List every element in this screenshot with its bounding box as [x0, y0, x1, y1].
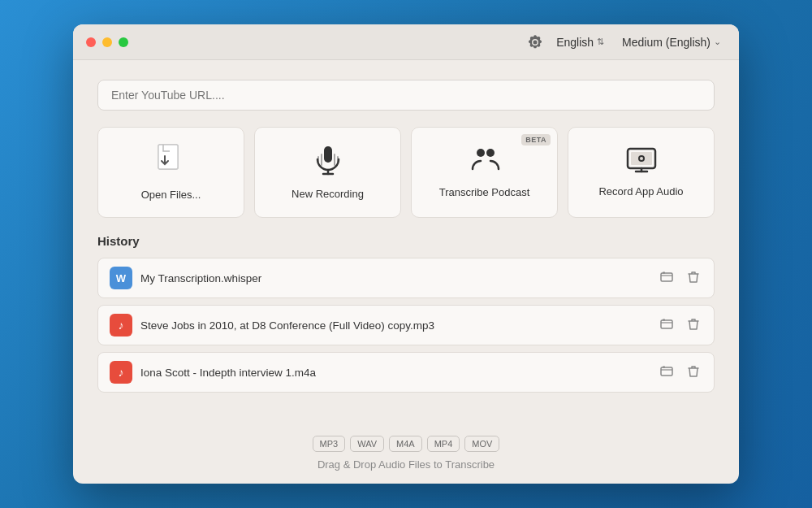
- delete-button[interactable]: [685, 363, 702, 382]
- record-app-audio-label: Record App Audio: [598, 185, 683, 198]
- svg-point-10: [486, 149, 495, 157]
- language-selector[interactable]: English ⇅: [551, 33, 609, 52]
- format-wav: WAV: [350, 436, 384, 452]
- open-files-label: Open Files...: [141, 189, 201, 201]
- history-title: History: [97, 234, 715, 248]
- show-in-finder-button[interactable]: [657, 363, 676, 382]
- delete-button[interactable]: [685, 316, 702, 335]
- record-app-audio-icon: [626, 147, 657, 177]
- svg-rect-17: [661, 273, 672, 281]
- audio-file-icon: ♪: [110, 314, 132, 336]
- format-mp4: MP4: [427, 436, 460, 452]
- history-item[interactable]: W My Transcription.whisper: [97, 258, 715, 298]
- footer: MP3 WAV M4A MP4 MOV Drag & Drop Audio Fi…: [73, 423, 739, 484]
- language-chevron-icon: ⇅: [597, 37, 604, 47]
- format-badges: MP3 WAV M4A MP4 MOV: [313, 436, 500, 452]
- whisper-file-icon: W: [110, 267, 132, 289]
- show-in-finder-button[interactable]: [657, 269, 676, 288]
- show-in-finder-button[interactable]: [657, 316, 676, 335]
- svg-rect-23: [661, 367, 672, 376]
- format-m4a: M4A: [389, 436, 422, 452]
- titlebar-right: English ⇅ Medium (English) ⌄: [527, 33, 726, 52]
- delete-button[interactable]: [685, 269, 702, 288]
- history-section: History W My Transcription.whisper: [97, 234, 715, 393]
- history-item-actions: [657, 269, 702, 288]
- youtube-url-input[interactable]: [97, 80, 715, 111]
- svg-rect-22: [663, 319, 665, 320]
- content-area: Open Files... New Re: [73, 60, 739, 423]
- action-cards-grid: Open Files... New Re: [97, 127, 715, 218]
- audio-file-icon: ♪: [110, 361, 132, 384]
- drop-label: Drag & Drop Audio Files to Transcribe: [317, 458, 495, 471]
- history-item-name: Steve Jobs in 2010, at D8 Conference (Fu…: [140, 319, 649, 332]
- transcribe-podcast-card[interactable]: BETA Transcribe Podcast: [411, 127, 558, 218]
- svg-rect-19: [663, 271, 665, 273]
- model-selector[interactable]: Medium (English) ⌄: [617, 33, 726, 52]
- history-item-name: Iona Scott - Indepth interview 1.m4a: [140, 367, 649, 379]
- format-mp3: MP3: [313, 436, 346, 452]
- main-window: English ⇅ Medium (English) ⌄: [73, 24, 739, 484]
- new-recording-card[interactable]: New Recording: [254, 127, 401, 218]
- open-files-icon: [157, 144, 186, 180]
- svg-rect-25: [663, 366, 665, 367]
- svg-rect-1: [158, 145, 178, 169]
- history-item-actions: [657, 363, 702, 382]
- model-chevron-icon: ⌄: [714, 37, 721, 47]
- svg-rect-20: [661, 320, 672, 328]
- close-button[interactable]: [86, 37, 96, 47]
- titlebar: English ⇅ Medium (English) ⌄: [73, 24, 739, 60]
- history-item[interactable]: ♪ Iona Scott - Indepth interview 1.m4a: [97, 352, 715, 393]
- history-item-actions: [657, 316, 702, 335]
- record-app-audio-card[interactable]: Record App Audio: [568, 127, 715, 218]
- new-recording-label: New Recording: [292, 188, 364, 200]
- svg-point-9: [477, 149, 485, 157]
- settings-icon[interactable]: [527, 34, 543, 50]
- open-files-card[interactable]: Open Files...: [97, 127, 244, 218]
- format-mov: MOV: [464, 436, 499, 452]
- transcribe-podcast-icon: [469, 146, 500, 178]
- language-label: English: [556, 36, 594, 49]
- maximize-button[interactable]: [119, 37, 128, 47]
- traffic-lights: [86, 37, 128, 47]
- minimize-button[interactable]: [102, 37, 112, 47]
- beta-badge: BETA: [521, 134, 551, 145]
- new-recording-icon: [313, 145, 343, 180]
- svg-rect-2: [324, 146, 332, 163]
- transcribe-podcast-label: Transcribe Podcast: [439, 186, 530, 198]
- history-item[interactable]: ♪ Steve Jobs in 2010, at D8 Conference (…: [97, 305, 715, 345]
- history-item-name: My Transcription.whisper: [140, 272, 649, 284]
- svg-point-14: [640, 157, 643, 160]
- model-label: Medium (English): [622, 36, 710, 49]
